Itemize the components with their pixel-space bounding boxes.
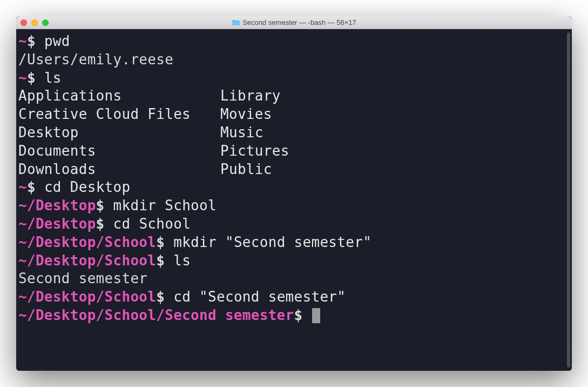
- terminal-line: ~/Desktop/School$ cd "Second semester": [18, 288, 572, 306]
- fullscreen-button[interactable]: [42, 19, 49, 26]
- terminal-output: /Users/emily.reese: [18, 51, 572, 69]
- prompt-path: ~/Desktop: [18, 216, 96, 232]
- prompt-dollar: $: [156, 234, 165, 250]
- prompt-dollar: $: [96, 216, 105, 232]
- scrollbar[interactable]: [567, 32, 570, 368]
- prompt-dollar: $: [156, 289, 165, 305]
- prompt-tilde: ~: [18, 70, 27, 86]
- terminal-window: Second semester — -bash — 56×17 ~$ pwd /…: [16, 16, 572, 371]
- prompt-path: ~/Desktop/School: [18, 234, 156, 250]
- scrollbar-thumb[interactable]: [567, 32, 570, 368]
- prompt-tilde: ~: [18, 179, 27, 195]
- ls-item: Downloads: [18, 161, 220, 179]
- terminal-line: ~/Desktop$ mkdir School: [18, 197, 572, 215]
- ls-item: Applications: [18, 87, 220, 105]
- prompt-path: ~/Desktop/School: [18, 252, 156, 269]
- ls-output: Applications Library Creative Cloud File…: [18, 87, 572, 178]
- prompt-path: ~/Desktop/School/Second semester: [18, 307, 294, 323]
- close-button[interactable]: [21, 19, 27, 26]
- command-text: ls: [173, 252, 191, 269]
- minimize-button[interactable]: [31, 19, 38, 26]
- ls-item: Pictures: [220, 142, 572, 161]
- terminal-output: Second semester: [18, 270, 572, 288]
- terminal-line: ~/Desktop/School$ ls: [18, 252, 572, 270]
- prompt-dollar: $: [27, 70, 36, 86]
- terminal-line: ~$ ls: [18, 69, 572, 88]
- window-title-text: Second semester — -bash — 56×17: [242, 18, 356, 26]
- window-titlebar[interactable]: Second semester — -bash — 56×17: [16, 16, 572, 29]
- command-text: ls: [44, 70, 62, 86]
- prompt-path: ~/Desktop: [18, 197, 96, 213]
- prompt-dollar: $: [27, 33, 36, 49]
- prompt-dollar: $: [294, 307, 303, 323]
- ls-item: Creative Cloud Files: [18, 105, 220, 124]
- ls-item: Music: [220, 124, 572, 142]
- terminal-content[interactable]: ~$ pwd /Users/emily.reese ~$ ls Applicat…: [16, 29, 572, 371]
- terminal-line: ~/Desktop/School/Second semester$: [18, 306, 572, 325]
- prompt-tilde: ~: [18, 33, 27, 49]
- folder-icon: [232, 19, 240, 26]
- terminal-line: ~$ pwd: [18, 32, 572, 51]
- terminal-line: ~/Desktop/School$ mkdir "Second semester…: [18, 233, 572, 252]
- prompt-dollar: $: [96, 197, 105, 213]
- traffic-lights: [21, 19, 49, 26]
- command-text: mkdir School: [113, 197, 217, 213]
- ls-item: Library: [220, 87, 572, 105]
- prompt-dollar: $: [156, 252, 165, 269]
- prompt-path: ~/Desktop/School: [18, 289, 156, 305]
- command-text: cd "Second semester": [173, 289, 346, 305]
- command-text: [36, 33, 44, 49]
- command-text: mkdir "Second semester": [173, 234, 371, 250]
- command-text: cd School: [113, 216, 191, 232]
- cursor: [312, 308, 320, 323]
- ls-item: Documents: [18, 142, 220, 161]
- ls-item: Desktop: [18, 124, 220, 142]
- prompt-dollar: $: [27, 179, 36, 195]
- terminal-line: ~/Desktop$ cd School: [18, 215, 572, 233]
- command-text: pwd: [44, 33, 70, 49]
- terminal-line: ~$ cd Desktop: [18, 178, 572, 197]
- window-title: Second semester — -bash — 56×17: [232, 18, 356, 26]
- command-text: cd Desktop: [44, 179, 131, 195]
- ls-item: Public: [220, 161, 572, 179]
- ls-item: Movies: [220, 105, 572, 124]
